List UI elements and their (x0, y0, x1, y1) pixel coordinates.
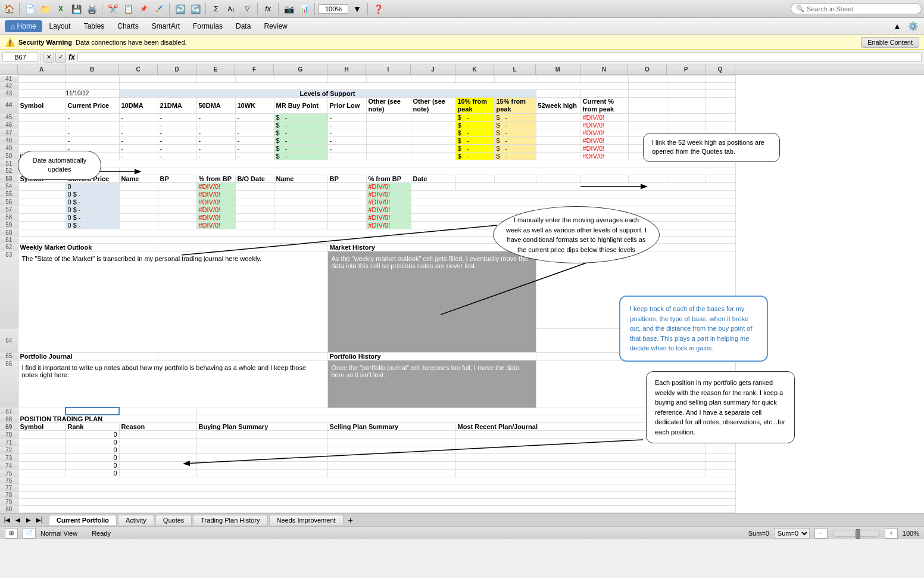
cell-O45[interactable] (628, 113, 667, 121)
cell-E48[interactable]: - (196, 136, 235, 144)
cell-G55[interactable] (274, 190, 327, 198)
cell-B71[interactable]: 0 (65, 439, 119, 446)
cell-76[interactable] (18, 477, 735, 484)
cell-M44[interactable]: 52week high (536, 97, 580, 113)
cell-H72[interactable] (327, 446, 455, 454)
new-icon[interactable]: 📄 (23, 2, 36, 15)
cell-K47[interactable]: $ - (455, 129, 494, 136)
cell-portfolio-history-content[interactable]: Once the "portfolio journal" cell become… (327, 360, 536, 408)
cell-A46[interactable] (18, 121, 65, 129)
menu-smartart[interactable]: SmartArt (146, 20, 186, 32)
cell-F44[interactable]: 10WK (235, 97, 274, 113)
cell-C70[interactable] (119, 431, 196, 439)
cell-weekly-market-content[interactable]: The "State of the Market" is transcribed… (18, 251, 327, 352)
zoom-in-button[interactable]: + (885, 528, 898, 539)
cell-H41[interactable] (327, 76, 366, 83)
cell-H55[interactable] (327, 190, 366, 198)
cell-J55-Q55[interactable] (411, 190, 735, 198)
cell-H74[interactable] (327, 462, 455, 470)
cell-M41[interactable] (536, 76, 580, 83)
print-icon[interactable]: 🖨️ (85, 2, 98, 15)
cell-D48[interactable]: - (158, 136, 196, 144)
zoom-out-button[interactable]: − (814, 528, 828, 539)
cell-F59[interactable] (235, 221, 274, 229)
cell-B74[interactable]: 0 (65, 462, 119, 470)
cell-A47[interactable] (18, 129, 65, 136)
cell-A55[interactable] (18, 190, 65, 198)
cell-Q53[interactable] (706, 175, 735, 182)
cell-E74[interactable] (196, 462, 327, 470)
cell-C54[interactable] (119, 182, 158, 190)
cell-F47[interactable]: - (235, 129, 274, 136)
cell-D58[interactable] (158, 213, 196, 221)
cell-B43[interactable]: 11/10/12 (65, 89, 119, 97)
cell-C75[interactable] (119, 470, 196, 477)
cell-K74[interactable] (455, 462, 706, 470)
cell-H75[interactable] (327, 470, 455, 477)
cell-D46[interactable]: - (158, 121, 196, 129)
cell-J45[interactable] (411, 113, 455, 121)
cell-J54[interactable] (411, 182, 455, 190)
cell-A72[interactable] (18, 446, 65, 454)
cell-K45[interactable]: $ - (455, 113, 494, 121)
cell-F50[interactable]: - (235, 152, 274, 160)
cell-A44[interactable]: Symbol (18, 97, 65, 113)
cell-C74[interactable] (119, 462, 196, 470)
confirm-formula-button[interactable]: ✓ (55, 52, 66, 63)
cell-K44[interactable]: 10% from peak (455, 97, 494, 113)
cell-L44[interactable]: 15% from peak (494, 97, 536, 113)
cell-C44[interactable]: 10DMA (119, 97, 158, 113)
cell-E49[interactable]: - (196, 144, 235, 152)
zoom-dropdown[interactable]: ▼ (351, 2, 364, 15)
cell-D59[interactable] (158, 221, 196, 229)
cell-E46[interactable]: - (196, 121, 235, 129)
cell-P42[interactable] (667, 82, 706, 89)
cell-M47[interactable] (536, 129, 580, 136)
cell-C48[interactable]: - (119, 136, 158, 144)
cell-H48[interactable]: - (327, 136, 366, 144)
cell-G54[interactable] (274, 182, 327, 190)
cell-D47[interactable]: - (158, 129, 196, 136)
cell-B75[interactable]: 0 (65, 470, 119, 477)
cell-H58[interactable] (327, 213, 366, 221)
cell-B44[interactable]: Current Price (65, 97, 119, 113)
cell-I46[interactable] (366, 121, 411, 129)
cell-A43[interactable] (18, 89, 65, 97)
cell-M45[interactable] (536, 113, 580, 121)
cell-B72[interactable]: 0 (65, 446, 119, 454)
cell-N41[interactable] (580, 76, 628, 83)
cell-I54[interactable]: #DIV/0! (366, 182, 411, 190)
cell-K46[interactable]: $ - (455, 121, 494, 129)
cell-Q42[interactable] (706, 82, 735, 89)
undo-icon[interactable]: ↩️ (173, 2, 186, 15)
cell-K54-Q54[interactable] (455, 182, 735, 190)
menu-home[interactable]: ⌂ Home (5, 20, 42, 32)
cell-E59[interactable]: #DIV/0! (196, 221, 235, 229)
cell-I58[interactable]: #DIV/0! (366, 213, 411, 221)
cell-C45[interactable]: - (119, 113, 158, 121)
cell-E75[interactable] (196, 470, 327, 477)
format-icon[interactable]: 🖌️ (152, 2, 166, 15)
cell-H71[interactable] (327, 439, 455, 446)
cell-L45[interactable]: $ - (494, 113, 536, 121)
cell-P45[interactable] (667, 113, 706, 121)
cell-L50[interactable]: $ - (494, 152, 536, 160)
cell-H47[interactable]: - (327, 129, 366, 136)
cell-78[interactable] (18, 492, 735, 499)
folder-icon[interactable]: 📁 (39, 2, 52, 15)
cell-Q72[interactable] (706, 446, 735, 454)
cell-P41[interactable] (667, 76, 706, 83)
cell-G45[interactable]: $ - (274, 113, 327, 121)
cell-C47[interactable]: - (119, 129, 158, 136)
cell-I44[interactable]: Other (see note) (366, 97, 411, 113)
cell-H49[interactable]: - (327, 144, 366, 152)
cell-D55[interactable] (158, 190, 196, 198)
cell-K48[interactable]: $ - (455, 136, 494, 144)
add-sheet-button[interactable]: + (345, 515, 357, 526)
cell-reference[interactable] (2, 52, 38, 62)
cell-J44[interactable]: Other (see note) (411, 97, 455, 113)
cell-J56-Q56[interactable] (411, 198, 735, 206)
cell-B41[interactable] (65, 76, 119, 83)
cell-C73[interactable] (119, 454, 196, 462)
cell-B73[interactable]: 0 (65, 454, 119, 462)
